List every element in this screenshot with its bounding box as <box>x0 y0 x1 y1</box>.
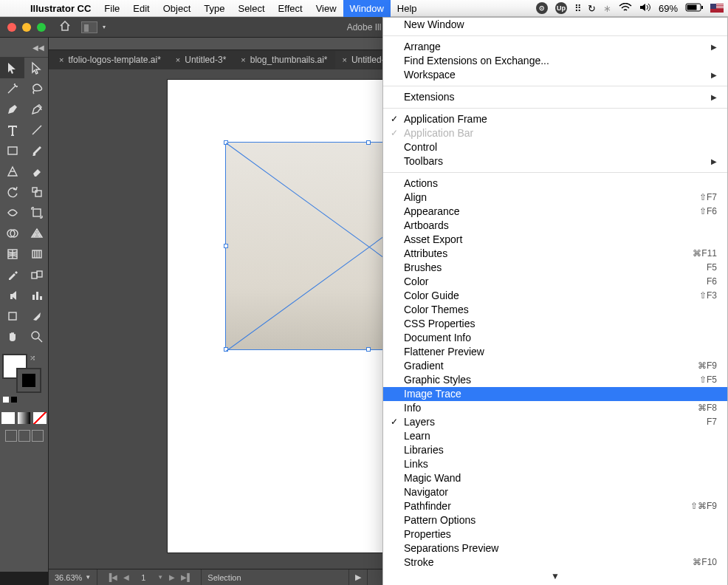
menu-view[interactable]: View <box>309 0 343 17</box>
menu-item-stroke[interactable]: Stroke⌘F10 <box>383 555 727 569</box>
slice-tool[interactable] <box>24 306 49 326</box>
menu-item-pathfinder[interactable]: Pathfinder⇧⌘F9 <box>383 499 727 513</box>
gradient-tool[interactable] <box>24 244 49 264</box>
menu-item-align[interactable]: Align⇧F7 <box>383 191 727 205</box>
menu-item-flattener-preview[interactable]: Flattener Preview <box>383 345 727 359</box>
draw-behind[interactable] <box>18 430 30 442</box>
menu-window[interactable]: Window <box>343 0 391 17</box>
menu-object[interactable]: Object <box>157 0 198 17</box>
menu-item-brushes[interactable]: BrushesF5 <box>383 261 727 275</box>
color-mode-none[interactable] <box>33 412 47 424</box>
menu-item-links[interactable]: Links <box>383 457 727 471</box>
draw-normal[interactable] <box>5 430 17 442</box>
menu-item-control[interactable]: Control <box>383 140 727 154</box>
rectangle-tool[interactable] <box>0 140 24 161</box>
artboard-prev[interactable]: ◀ <box>120 573 132 581</box>
menu-item-color-themes[interactable]: Color Themes <box>383 303 727 317</box>
menu-item-color-guide[interactable]: Color Guide⇧F3 <box>383 289 727 303</box>
lasso-tool[interactable] <box>24 78 49 99</box>
menu-item-graphic-styles[interactable]: Graphic Styles⇧F5 <box>383 373 727 387</box>
menu-file[interactable]: File <box>97 0 126 17</box>
color-mode-solid[interactable] <box>1 412 15 424</box>
draw-inside[interactable] <box>32 430 44 442</box>
menu-item-artboards[interactable]: Artboards <box>383 219 727 233</box>
bluetooth-icon[interactable]: ∗ <box>603 3 611 14</box>
close-tab-icon[interactable]: × <box>176 55 180 64</box>
menu-help[interactable]: Help <box>391 0 424 17</box>
artboard-last[interactable]: ▶▌ <box>178 573 195 581</box>
swap-fill-stroke-icon[interactable]: ⤮ <box>30 354 35 362</box>
menu-item-toolbars[interactable]: Toolbars▶ <box>383 154 727 168</box>
menu-item-arrange[interactable]: Arrange▶ <box>383 40 727 54</box>
blend-tool[interactable] <box>24 264 49 285</box>
menu-select[interactable]: Select <box>231 0 271 17</box>
toolbar-collapse[interactable]: ◀◀ <box>0 38 48 58</box>
document-tab[interactable]: ×tfolio-logos-template.ai* <box>52 51 168 69</box>
siri-icon[interactable]: ⠿ <box>574 3 580 14</box>
menu-item-layers[interactable]: ✓LayersF7 <box>383 415 727 429</box>
menu-item-navigator[interactable]: Navigator <box>383 485 727 499</box>
wifi-icon[interactable] <box>619 3 632 14</box>
menu-item-find-extensions-on-exchange[interactable]: Find Extensions on Exchange... <box>383 54 727 68</box>
app-menu[interactable]: Illustrator CC <box>24 3 97 14</box>
pen-tool[interactable] <box>0 99 24 120</box>
close-window-button[interactable] <box>7 23 16 32</box>
menu-more-indicator[interactable]: ▼ <box>383 569 727 581</box>
eyedropper-tool[interactable] <box>0 264 24 285</box>
menu-item-gradient[interactable]: Gradient⌘F9 <box>383 359 727 373</box>
default-fill-icon[interactable] <box>2 396 10 403</box>
perspective-grid-tool[interactable] <box>24 223 49 244</box>
status-menu[interactable]: ▶ <box>349 569 368 586</box>
shape-builder-tool[interactable] <box>0 223 24 244</box>
menu-item-asset-export[interactable]: Asset Export <box>383 233 727 247</box>
close-tab-icon[interactable]: × <box>343 55 347 64</box>
menu-item-attributes[interactable]: Attributes⌘F11 <box>383 247 727 261</box>
close-tab-icon[interactable]: × <box>241 55 245 64</box>
zoom-level[interactable]: 36.63%▼ <box>49 569 97 586</box>
artboard-tool[interactable] <box>0 306 24 326</box>
menu-item-css-properties[interactable]: CSS Properties <box>383 317 727 331</box>
selection-tool[interactable] <box>0 58 24 78</box>
minimize-window-button[interactable] <box>22 23 31 32</box>
menu-item-separations-preview[interactable]: Separations Preview <box>383 541 727 555</box>
menu-item-info[interactable]: Info⌘F8 <box>383 401 727 415</box>
menu-item-new-window[interactable]: New Window <box>383 18 727 32</box>
fill-stroke-swatches[interactable]: ⤮ <box>0 352 48 397</box>
stroke-swatch[interactable] <box>16 368 41 393</box>
scale-tool[interactable] <box>24 182 49 202</box>
battery-icon[interactable] <box>685 3 703 14</box>
up-icon[interactable]: Up <box>555 2 567 14</box>
menu-item-pattern-options[interactable]: Pattern Options <box>383 513 727 527</box>
artboard-first[interactable]: ▐◀ <box>103 573 120 581</box>
menu-item-libraries[interactable]: Libraries <box>383 443 727 457</box>
menu-item-color[interactable]: ColorF6 <box>383 275 727 289</box>
rotate-tool[interactable] <box>0 182 24 202</box>
free-transform-tool[interactable] <box>24 202 49 223</box>
menu-effect[interactable]: Effect <box>272 0 309 17</box>
magic-wand-tool[interactable] <box>0 78 24 99</box>
curvature-tool[interactable] <box>24 99 49 120</box>
volume-icon[interactable] <box>639 3 651 14</box>
symbol-sprayer-tool[interactable] <box>0 285 24 306</box>
menu-item-properties[interactable]: Properties <box>383 527 727 541</box>
clock-icon[interactable]: ↻ <box>588 3 596 14</box>
menu-item-learn[interactable]: Learn <box>383 429 727 443</box>
document-tab[interactable]: ×blog_thumbnails.ai* <box>233 51 334 69</box>
line-tool[interactable] <box>24 120 49 140</box>
maximize-window-button[interactable] <box>37 23 46 32</box>
zoom-tool[interactable] <box>24 326 49 347</box>
close-tab-icon[interactable]: × <box>59 55 63 64</box>
column-graph-tool[interactable] <box>24 285 49 306</box>
menu-item-magic-wand[interactable]: Magic Wand <box>383 471 727 485</box>
arrange-documents-button[interactable] <box>81 21 97 33</box>
type-tool[interactable] <box>0 120 24 140</box>
hand-tool[interactable] <box>0 326 24 347</box>
menu-item-workspace[interactable]: Workspace▶ <box>383 68 727 82</box>
color-mode-gradient[interactable] <box>18 412 31 424</box>
artboard-next[interactable]: ▶ <box>166 573 178 581</box>
home-button[interactable] <box>59 21 71 33</box>
paintbrush-tool[interactable] <box>24 140 49 161</box>
menu-item-appearance[interactable]: Appearance⇧F6 <box>383 205 727 219</box>
document-tab[interactable]: ×Untitled-3* <box>168 51 233 69</box>
menu-item-application-frame[interactable]: ✓Application Frame <box>383 112 727 126</box>
